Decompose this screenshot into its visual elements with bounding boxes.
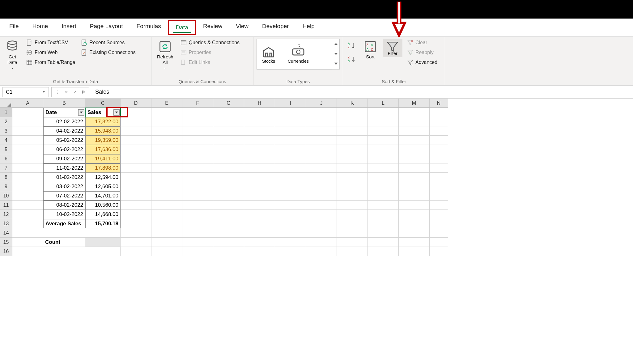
grid-cell[interactable] [85, 247, 121, 256]
date-cell[interactable]: 06-02-2022 [43, 145, 85, 154]
sort-descending-button[interactable]: ZA [346, 55, 358, 64]
tab-review[interactable]: Review [196, 19, 229, 36]
grid-cell[interactable] [151, 163, 182, 173]
grid-cell[interactable] [213, 145, 244, 154]
sales-cell[interactable]: 14,701.00 [85, 191, 121, 201]
grid-cell[interactable] [244, 247, 275, 256]
row-header[interactable]: 1 [0, 108, 12, 117]
tab-page-layout[interactable]: Page Layout [83, 19, 130, 36]
grid-cell[interactable] [337, 173, 368, 182]
grid-cell[interactable] [430, 154, 448, 163]
grid-cell[interactable] [399, 238, 430, 247]
grid-cell[interactable] [306, 219, 337, 228]
grid-cell[interactable] [182, 219, 213, 228]
grid-cell[interactable] [306, 201, 337, 210]
grid-cell[interactable] [368, 210, 399, 219]
row-header[interactable]: 7 [0, 163, 12, 173]
cancel-icon[interactable]: ✕ [65, 90, 68, 95]
grid-cell[interactable] [12, 126, 43, 136]
grid-cell[interactable] [12, 173, 43, 182]
grid-cell[interactable] [244, 219, 275, 228]
grid-cell[interactable] [121, 191, 151, 201]
chevron-down-icon[interactable]: ▼ [42, 90, 45, 94]
grid-cell[interactable] [306, 173, 337, 182]
grid-cell[interactable] [12, 228, 43, 238]
grid-cell[interactable] [182, 228, 213, 238]
grid-cell[interactable] [337, 126, 368, 136]
grid-cell[interactable] [399, 145, 430, 154]
grid-cell[interactable] [12, 108, 43, 117]
grid-cell[interactable] [306, 117, 337, 126]
grid-cell[interactable] [430, 163, 448, 173]
scroll-more-icon[interactable] [332, 59, 339, 69]
average-label-cell[interactable]: Average Sales [43, 219, 85, 228]
currencies-datatype-button[interactable]: $ Currencies [287, 43, 310, 65]
grid-cell[interactable] [12, 117, 43, 126]
row-header[interactable]: 14 [0, 228, 12, 238]
count-label-cell[interactable]: Count [43, 238, 85, 247]
grid-cell[interactable] [430, 145, 448, 154]
grid-cell[interactable] [244, 126, 275, 136]
grid-cell[interactable] [275, 154, 306, 163]
grid-cell[interactable] [430, 173, 448, 182]
grid-cell[interactable] [121, 108, 151, 117]
grid-cell[interactable] [12, 136, 43, 145]
grid-cell[interactable] [85, 228, 121, 238]
grid-cell[interactable] [213, 201, 244, 210]
grid-cell[interactable] [337, 108, 368, 117]
sales-cell[interactable]: 14,668.00 [85, 210, 121, 219]
date-header-cell[interactable]: Date [43, 108, 85, 117]
grid-cell[interactable] [275, 238, 306, 247]
grid-cell[interactable] [368, 154, 399, 163]
sales-filter-toggle[interactable] [113, 109, 120, 116]
grid-cell[interactable] [151, 238, 182, 247]
column-header-I[interactable]: I [275, 99, 306, 108]
grid-cell[interactable] [337, 210, 368, 219]
grid-cell[interactable] [121, 201, 151, 210]
grid-cell[interactable] [337, 136, 368, 145]
tab-home[interactable]: Home [26, 19, 55, 36]
grid-cell[interactable] [151, 191, 182, 201]
tab-help[interactable]: Help [296, 19, 321, 36]
grid-cell[interactable] [121, 145, 151, 154]
date-cell[interactable]: 01-02-2022 [43, 173, 85, 182]
grid-cell[interactable] [182, 126, 213, 136]
grid-cell[interactable] [151, 201, 182, 210]
grid-cell[interactable] [430, 238, 448, 247]
grid-cell[interactable] [213, 219, 244, 228]
sales-cell[interactable]: 12,605.00 [85, 182, 121, 191]
grid-cell[interactable] [399, 191, 430, 201]
grid-cell[interactable] [213, 173, 244, 182]
grid-cell[interactable] [275, 247, 306, 256]
column-header-H[interactable]: H [244, 99, 275, 108]
grid-cell[interactable] [399, 210, 430, 219]
grid-cell[interactable] [430, 136, 448, 145]
grid-cell[interactable] [244, 238, 275, 247]
grid-cell[interactable] [399, 163, 430, 173]
grid-cell[interactable] [275, 136, 306, 145]
tab-formulas[interactable]: Formulas [130, 19, 168, 36]
grid-cell[interactable] [12, 219, 43, 228]
grid-cell[interactable] [121, 154, 151, 163]
sales-cell[interactable]: 19,411.00 [85, 154, 121, 163]
grid-cell[interactable] [151, 126, 182, 136]
grid-cell[interactable] [121, 219, 151, 228]
grid-cell[interactable] [12, 191, 43, 201]
name-box[interactable]: C1 ▼ [2, 87, 49, 97]
grid-cell[interactable] [213, 182, 244, 191]
sort-ascending-button[interactable]: AZ [346, 41, 358, 50]
grid-cell[interactable] [337, 145, 368, 154]
grid-cell[interactable] [213, 136, 244, 145]
sales-cell[interactable]: 19,359.00 [85, 136, 121, 145]
grid-cell[interactable] [151, 228, 182, 238]
fx-icon[interactable]: fx [82, 90, 85, 95]
grid-cell[interactable] [182, 247, 213, 256]
date-cell[interactable]: 03-02-2022 [43, 182, 85, 191]
tab-data[interactable]: Data [168, 20, 196, 35]
column-header-D[interactable]: D [121, 99, 151, 108]
grid-cell[interactable] [430, 228, 448, 238]
grid-cell[interactable] [12, 182, 43, 191]
column-header-L[interactable]: L [368, 99, 399, 108]
grid-cell[interactable] [399, 182, 430, 191]
grid-cell[interactable] [151, 219, 182, 228]
